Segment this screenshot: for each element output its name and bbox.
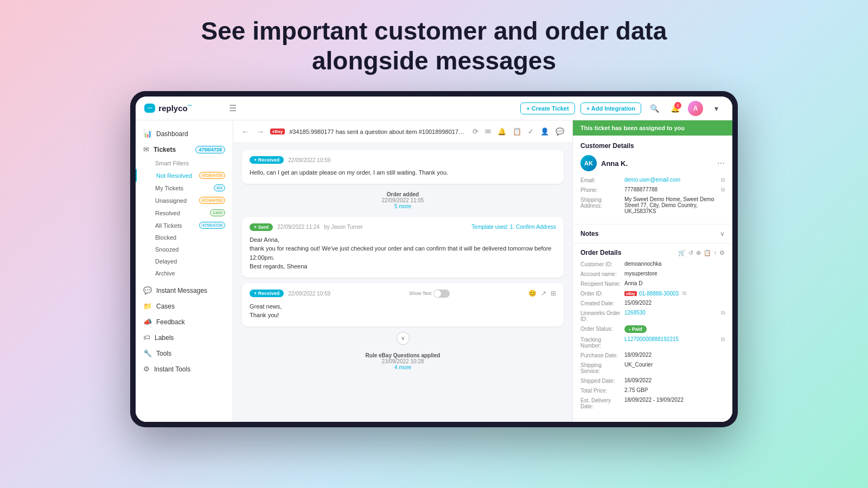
notes-section: Notes ∨ bbox=[573, 224, 732, 243]
notes-header: Notes ∨ bbox=[580, 230, 725, 237]
msg2-line1: Dear Anna, bbox=[250, 235, 556, 245]
msg3-action-3[interactable]: ⊞ bbox=[551, 290, 556, 297]
sidebar-item-tools[interactable]: 🔧 Tools bbox=[136, 345, 233, 361]
sidebar-item-unassigned[interactable]: Unassigned 4724/4700 bbox=[136, 194, 233, 207]
sidebar-item-blocked[interactable]: Blocked bbox=[136, 232, 233, 243]
message-2: + Sent 22/09/2022 11:24 by Jason Turner … bbox=[242, 217, 564, 278]
dashboard-label: Dashboard bbox=[156, 130, 225, 138]
event-2: Rule eBay Questions applied 23/09/2022 1… bbox=[242, 350, 564, 373]
event2-title: Rule eBay Questions applied bbox=[242, 352, 564, 358]
sidebar-item-not-resolved[interactable]: Not Resolved 4728/4728 bbox=[136, 169, 233, 182]
order-icon-5[interactable]: ↑ bbox=[714, 249, 717, 256]
sidebar-item-my-tickets[interactable]: My Tickets 4/4 bbox=[136, 182, 233, 194]
sidebar: 📊 Dashboard ✉ Tickets 4756/4728 Smart Fi… bbox=[136, 120, 233, 422]
event2-date: 23/09/2022 10:28 bbox=[242, 358, 564, 364]
msg3-action-1[interactable]: 😊 bbox=[528, 290, 537, 297]
shipping-value: My Sweet Demo Home, Sweet Demo Street 77… bbox=[624, 196, 725, 214]
snoozed-label: Snoozed bbox=[155, 246, 178, 253]
add-integration-button[interactable]: + Add Integration bbox=[580, 102, 641, 114]
conversation-panel: ← → eBay #34185:9980177 has sent a quest… bbox=[233, 120, 572, 422]
email-value[interactable]: demo.user@email.com bbox=[624, 177, 716, 183]
toggle-knob bbox=[434, 290, 441, 297]
sidebar-item-dashboard[interactable]: 📊 Dashboard bbox=[136, 126, 233, 142]
sidebar-item-tickets[interactable]: ✉ Tickets 4756/4728 bbox=[136, 142, 233, 157]
order-icon-2[interactable]: ↺ bbox=[688, 249, 693, 256]
forward-button[interactable]: → bbox=[255, 126, 266, 138]
message-3: + Received 22/09/2022 10:59 Show Text bbox=[242, 283, 564, 326]
instant-messages-icon: 💬 bbox=[143, 286, 152, 294]
user-action[interactable]: 👤 bbox=[539, 126, 551, 137]
customer-header: AK Anna K. ⋯ bbox=[580, 155, 725, 171]
phone-copy-icon[interactable]: ⧉ bbox=[721, 187, 725, 193]
notifications-button[interactable]: 🔔 1 bbox=[667, 101, 682, 116]
logo-icon: ··· bbox=[144, 104, 155, 113]
headline-line2: alongside messages bbox=[312, 47, 556, 75]
show-text-toggle[interactable]: Show Text bbox=[409, 290, 450, 298]
order-id-link[interactable]: 01-88888-30003 bbox=[639, 291, 679, 297]
msg3-action-2[interactable]: ↗ bbox=[541, 290, 546, 297]
order-details-header: Order Details 🛒 ↺ ⊕ 📋 ↑ ⚙ bbox=[580, 249, 725, 256]
tracking-value[interactable]: L12700000888192215 bbox=[624, 336, 716, 342]
order-id-value-area: eBay 01-88888-30003 ⧉ bbox=[624, 290, 686, 297]
sidebar-item-all-tickets[interactable]: All Tickets 4756/4728 bbox=[136, 219, 233, 232]
customer-id-row: Customer ID: demoannochka bbox=[580, 261, 725, 267]
order-detail-icons: 🛒 ↺ ⊕ 📋 ↑ ⚙ bbox=[678, 249, 725, 256]
shipped-date-label: Shipped Date: bbox=[580, 377, 621, 384]
sidebar-item-feedback[interactable]: 📣 Feedback bbox=[136, 314, 233, 330]
tracking-copy-icon[interactable]: ⧉ bbox=[721, 336, 725, 343]
order-icon-6[interactable]: ⚙ bbox=[719, 249, 725, 256]
email-copy-icon[interactable]: ⧉ bbox=[721, 177, 725, 183]
toggle-switch[interactable] bbox=[433, 290, 450, 298]
notification-badge: 1 bbox=[674, 102, 681, 109]
account-chevron[interactable]: ▾ bbox=[709, 101, 724, 116]
create-ticket-button[interactable]: + Create Ticket bbox=[520, 102, 575, 114]
shipped-date-value: 16/09/2022 bbox=[624, 377, 725, 383]
sidebar-item-instant-tools[interactable]: ⚙ Instant Tools bbox=[136, 361, 233, 377]
message-1-header: + Received 22/09/2022 10:59 bbox=[250, 156, 556, 164]
created-date-label: Created Date: bbox=[580, 300, 621, 306]
order-status-row: Order Status: Paid bbox=[580, 325, 725, 333]
sidebar-item-delayed[interactable]: Delayed bbox=[136, 255, 233, 267]
order-icon-1[interactable]: 🛒 bbox=[678, 249, 686, 256]
note-action[interactable]: 📋 bbox=[511, 126, 523, 137]
alert-action[interactable]: 🔔 bbox=[496, 126, 508, 137]
sidebar-item-cases[interactable]: 📁 Cases bbox=[136, 298, 233, 314]
tracking-row: Tracking Number: L12700000888192215 ⧉ bbox=[580, 336, 725, 349]
cases-icon: 📁 bbox=[143, 302, 152, 310]
event1-more[interactable]: 5 more bbox=[242, 203, 564, 209]
phone-label: Phone: bbox=[580, 187, 621, 193]
recipient-row: Recipient Name: Anna D bbox=[580, 280, 725, 287]
chat-action[interactable]: 💬 bbox=[554, 126, 566, 137]
back-button[interactable]: ← bbox=[240, 126, 251, 138]
archive-label: Archive bbox=[155, 270, 175, 277]
sidebar-item-snoozed[interactable]: Snoozed bbox=[136, 243, 233, 255]
customer-more-icon[interactable]: ⋯ bbox=[717, 159, 725, 168]
headline-line1: See important customer and order data bbox=[201, 17, 667, 45]
linnworks-copy-icon[interactable]: ⧉ bbox=[721, 310, 725, 316]
order-id-copy-icon[interactable]: ⧉ bbox=[682, 290, 686, 297]
user-avatar[interactable]: A bbox=[688, 101, 703, 116]
email-action[interactable]: ✉ bbox=[483, 126, 493, 137]
sidebar-item-instant-messages[interactable]: 💬 Instant Messages bbox=[136, 282, 233, 298]
sidebar-item-archive[interactable]: Archive bbox=[136, 267, 233, 279]
check-action[interactable]: ✓ bbox=[526, 126, 535, 137]
expand-button[interactable]: ∨ bbox=[397, 332, 410, 345]
total-price-label: Total Price: bbox=[580, 387, 621, 394]
sidebar-item-labels[interactable]: 🏷 Labels bbox=[136, 330, 233, 345]
refresh-action[interactable]: ⟳ bbox=[471, 126, 480, 137]
order-icon-4[interactable]: 📋 bbox=[704, 249, 711, 256]
created-date-value: 15/09/2022 bbox=[624, 300, 725, 306]
notes-chevron-icon[interactable]: ∨ bbox=[720, 230, 725, 237]
est-delivery-label: Est. Delivery Date: bbox=[580, 397, 621, 409]
ebay-mini-badge: eBay bbox=[624, 291, 637, 296]
linnworks-value[interactable]: 1268530 bbox=[624, 310, 716, 316]
total-price-row: Total Price: 2.75 GBP bbox=[580, 387, 725, 394]
search-button[interactable]: 🔍 bbox=[647, 101, 662, 116]
order-icon-3[interactable]: ⊕ bbox=[696, 249, 701, 256]
sidebar-item-resolved[interactable]: Resolved 2469 bbox=[136, 207, 233, 219]
hamburger-menu[interactable]: ☰ bbox=[227, 101, 239, 115]
labels-icon: 🏷 bbox=[143, 333, 150, 342]
event2-more[interactable]: 4 more bbox=[242, 364, 564, 370]
msg2-agent: by Jason Turner bbox=[324, 224, 363, 230]
order-details-section: Order Details 🛒 ↺ ⊕ 📋 ↑ ⚙ Custo bbox=[573, 243, 732, 419]
